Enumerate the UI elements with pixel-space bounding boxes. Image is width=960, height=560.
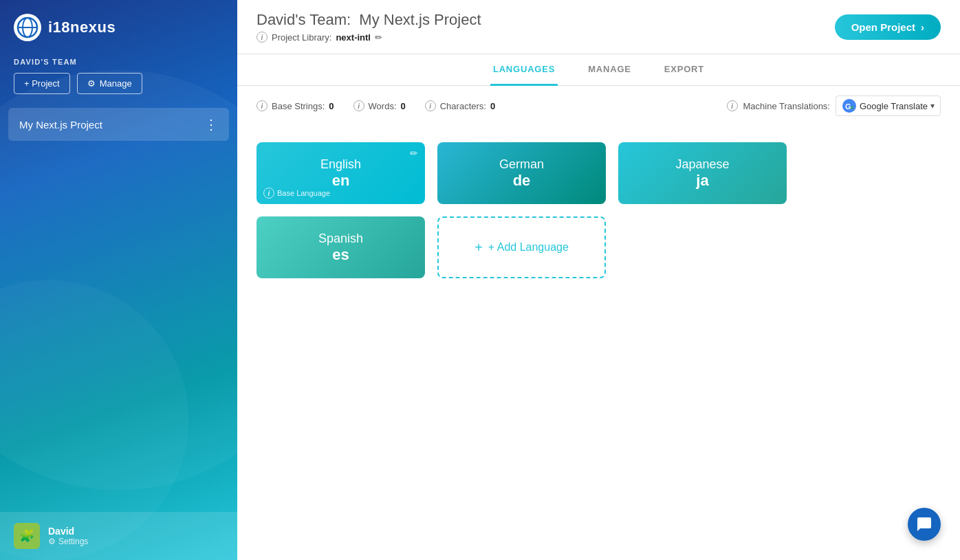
project-menu-dots[interactable]: ⋮ (204, 116, 218, 133)
lang-name-de: German (499, 157, 544, 172)
languages-grid: ✏ English en i Base Language German de J… (237, 126, 960, 295)
manage-label: Manage (100, 78, 132, 89)
team-section: DAVID'S TEAM + Project ⚙ Manage (0, 52, 237, 102)
add-language-label: + Add Language (488, 241, 569, 254)
tab-bar: LANGUAGES MANAGE EXPORT (237, 54, 960, 86)
lang-name-en: English (320, 157, 361, 172)
lang-code-en: en (332, 172, 350, 190)
machine-translations-section: i Machine Translations: G A Google Trans… (727, 96, 941, 116)
sidebar: i18nexus DAVID'S TEAM + Project ⚙ Manage… (0, 0, 237, 560)
characters-label: Characters: (440, 101, 486, 111)
google-translate-badge[interactable]: G A Google Translate ▾ (836, 96, 941, 116)
manage-button[interactable]: ⚙ Manage (77, 73, 142, 94)
plus-icon: + (474, 240, 483, 256)
lang-code-ja: ja (696, 172, 708, 190)
info-icon-header: i (257, 32, 268, 43)
user-name: David (48, 526, 88, 537)
gear-icon-small: ⚙ (48, 537, 56, 546)
info-icon-base-strings: i (257, 100, 268, 111)
chevron-right-icon: › (921, 21, 924, 33)
characters-stat: i Characters: 0 (425, 100, 495, 111)
team-label: DAVID'S TEAM (14, 58, 223, 66)
edit-language-icon-en[interactable]: ✏ (410, 148, 418, 159)
library-label: Project Library: (272, 32, 331, 43)
sidebar-footer: 🧩 David ⚙ Settings (0, 512, 237, 560)
tab-manage[interactable]: MANAGE (585, 54, 634, 86)
logo-text: i18nexus (48, 19, 116, 36)
tab-export[interactable]: EXPORT (662, 54, 707, 86)
header-subtitle: i Project Library: next-intl ✏ (257, 32, 481, 43)
team-name-prefix: David's Team: (257, 11, 351, 28)
user-info: David ⚙ Settings (48, 526, 88, 546)
settings-label: Settings (58, 537, 88, 546)
lang-name-ja: Japanese (675, 157, 729, 172)
machine-translations-label: Machine Translations: (743, 101, 830, 111)
sidebar-logo: i18nexus (0, 0, 237, 52)
chat-fab-button[interactable] (908, 508, 941, 541)
base-language-label: i Base Language (263, 188, 330, 199)
edit-library-icon[interactable]: ✏ (375, 32, 382, 43)
add-language-button[interactable]: + + Add Language (437, 216, 606, 278)
project-name: My Next.js Project (19, 119, 102, 131)
google-translate-icon: G A (842, 98, 857, 113)
project-list-item[interactable]: My Next.js Project ⋮ (8, 108, 229, 141)
info-icon-mt: i (727, 100, 738, 111)
svg-text:A: A (850, 104, 854, 111)
characters-value: 0 (490, 101, 495, 111)
add-project-button[interactable]: + Project (14, 73, 70, 94)
dropdown-arrow-mt[interactable]: ▾ (930, 101, 935, 111)
language-card-es[interactable]: Spanish es (257, 216, 425, 278)
open-project-label: Open Project (851, 21, 915, 33)
sidebar-actions: + Project ⚙ Manage (14, 73, 223, 94)
gear-icon: ⚙ (87, 78, 96, 89)
info-icon-characters: i (425, 100, 436, 111)
settings-link[interactable]: ⚙ Settings (48, 537, 88, 546)
base-strings-label: Base Strings: (272, 101, 325, 111)
google-translate-label: Google Translate (860, 101, 928, 111)
lang-name-es: Spanish (318, 232, 363, 246)
tab-languages[interactable]: LANGUAGES (490, 54, 558, 86)
stats-bar: i Base Strings: 0 i Words: 0 i Character… (237, 86, 960, 126)
lang-code-es: es (332, 246, 349, 264)
language-card-ja[interactable]: Japanese ja (618, 142, 787, 204)
language-card-en[interactable]: ✏ English en i Base Language (257, 142, 425, 204)
words-value: 0 (401, 101, 406, 111)
base-strings-stat: i Base Strings: 0 (257, 100, 334, 111)
base-strings-value: 0 (329, 101, 334, 111)
chat-icon (916, 516, 932, 533)
main-content: David's Team: My Next.js Project i Proje… (237, 0, 960, 560)
project-title: My Next.js Project (359, 11, 481, 28)
words-stat: i Words: 0 (353, 100, 406, 111)
page-header: David's Team: My Next.js Project i Proje… (237, 0, 960, 54)
avatar: 🧩 (14, 523, 40, 549)
lang-code-de: de (513, 172, 531, 190)
library-value: next-intl (336, 32, 371, 43)
page-title: David's Team: My Next.js Project (257, 11, 481, 29)
open-project-button[interactable]: Open Project › (835, 14, 941, 40)
logo-icon (14, 14, 41, 41)
words-label: Words: (369, 101, 397, 111)
info-icon-base: i (263, 188, 274, 199)
info-icon-words: i (353, 100, 364, 111)
language-card-de[interactable]: German de (437, 142, 606, 204)
header-left: David's Team: My Next.js Project i Proje… (257, 11, 481, 43)
